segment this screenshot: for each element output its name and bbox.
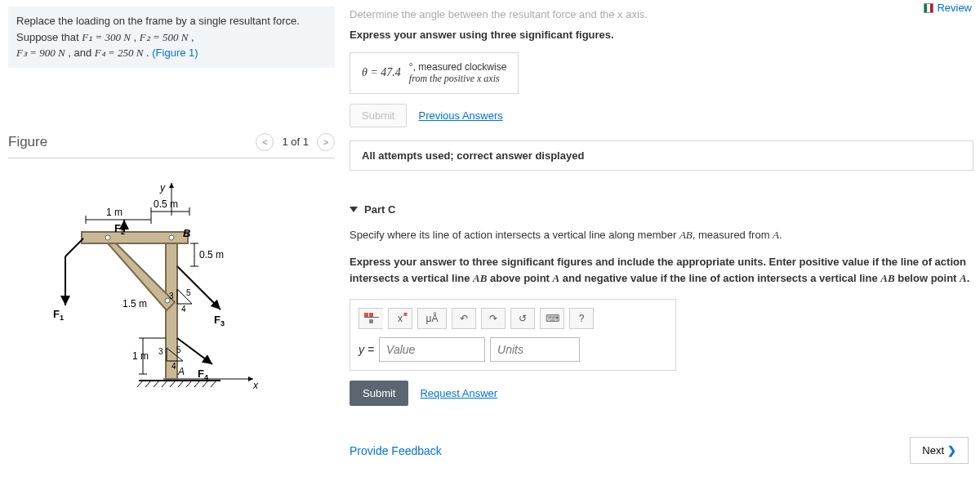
svg-text:F3: F3 [214,314,225,327]
svg-line-26 [186,381,192,387]
request-answer-link[interactable]: Request Answer [420,387,497,399]
svg-text:1.5 m: 1.5 m [122,298,147,310]
problem-statement: Replace the loading on the frame by a si… [8,7,335,68]
f3-val: F₃ = 900 N [16,47,65,59]
svg-text:B: B [183,227,190,239]
svg-text:3: 3 [158,347,163,356]
flag-icon [924,3,933,13]
svg-text:1 m: 1 m [106,207,122,218]
svg-text:3: 3 [169,292,174,301]
f1-val: F₁ = 300 N [82,31,131,43]
svg-line-28 [203,381,208,387]
partc-instruction: Express your answer to three significant… [350,254,973,286]
svg-text:A: A [177,366,185,377]
figure-title: Figure [8,134,47,150]
partb-answer-display: θ = 47.4 °, measured clockwise from the … [350,52,519,94]
collapse-icon[interactable] [350,207,358,212]
svg-line-21 [145,381,151,387]
value-input[interactable] [379,337,485,362]
svg-text:5: 5 [186,288,191,297]
partc-heading: Part C [364,203,395,216]
next-button[interactable]: Next❯ [910,437,969,464]
svg-line-29 [211,381,216,387]
svg-text:0.5 m: 0.5 m [199,249,224,261]
partb-status: All attempts used; correct answer displa… [350,140,973,171]
partc-prompt: Specify where its line of action interse… [350,227,973,243]
figure-diagram: y x 1 m 0.5 m B [8,175,335,403]
figure-prev-button[interactable]: < [256,133,274,151]
help-button[interactable]: ? [569,308,594,329]
svg-line-23 [162,381,167,387]
svg-text:4: 4 [172,362,176,371]
review-link[interactable]: Review [924,2,972,14]
figure-link[interactable]: (Figure 1) [152,47,198,59]
reset-button[interactable]: ↺ [510,308,535,329]
redo-button[interactable]: ↷ [481,308,506,329]
keyboard-button[interactable]: ⌨ [540,308,564,329]
svg-line-22 [154,381,159,387]
svg-text:5: 5 [176,345,181,354]
theta-value: θ = 47.4 [362,66,401,79]
svg-line-45 [177,266,220,310]
figure-count: 1 of 1 [277,136,314,148]
svg-text:4: 4 [181,305,186,314]
svg-line-20 [137,381,143,387]
svg-point-14 [169,235,174,240]
svg-line-32 [65,238,83,256]
partc-input-widget: x■ μÅ ↶ ↷ ↺ ⌨ ? y = [350,299,676,371]
svg-line-24 [170,381,176,387]
svg-line-25 [178,381,184,387]
svg-text:F1: F1 [53,308,64,322]
svg-text:0.5 m: 0.5 m [154,198,178,210]
fraction-button[interactable] [359,308,383,329]
partb-submit-button: Submit [350,104,407,127]
partc-submit-button[interactable]: Submit [350,381,408,406]
partb-instruction: Express your answer using three signific… [350,29,973,41]
units-mu-button[interactable]: μÅ [417,308,447,329]
svg-point-13 [105,235,110,240]
svg-rect-16 [166,243,177,379]
y-label: y = [359,343,374,356]
f2-val: F₂ = 500 N [140,31,189,43]
figure-next-button[interactable]: > [317,133,335,151]
svg-text:y: y [159,182,166,194]
previous-answers-link[interactable]: Previous Answers [418,109,502,122]
undo-button[interactable]: ↶ [452,308,476,329]
partb-prompt-faded: Determine the angle between the resultan… [350,8,973,20]
f4-val: F₄ = 250 N [95,47,144,59]
svg-text:1 m: 1 m [132,350,149,362]
svg-text:x: x [252,380,259,391]
svg-text:F4: F4 [198,368,208,381]
svg-line-27 [194,381,200,387]
superscript-button[interactable]: x■ [388,308,412,329]
chevron-right-icon: ❯ [947,444,956,457]
provide-feedback-link[interactable]: Provide Feedback [350,444,442,457]
units-input[interactable] [490,337,580,362]
